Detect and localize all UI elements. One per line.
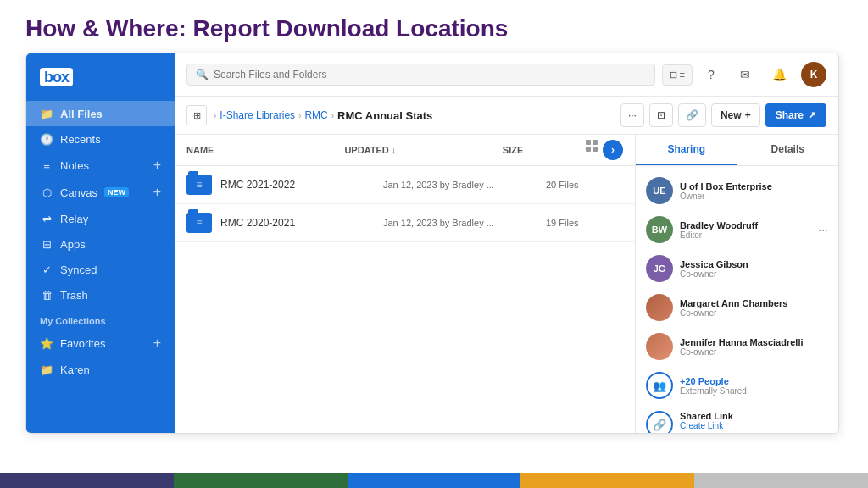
folder-icon-1: ≡ [186,175,212,195]
create-link-button[interactable]: Create Link [680,421,733,430]
file-name-2: RMC 2020-2021 [220,217,375,229]
person-role-3: Co-owner [680,269,828,279]
user-avatar[interactable]: K [801,62,826,87]
shared-link-info: Shared Link Create Link [680,411,733,430]
sidebar-item-favorites[interactable]: ⭐ Favorites + [26,330,175,357]
preview-button[interactable]: ⊡ [649,103,673,127]
sidebar-item-all-files[interactable]: 📁 All Files [26,101,175,126]
search-icon: 🔍 [196,69,209,80]
bottom-bar [0,473,868,488]
file-list: NAME UPDATED ↓ SIZE › [175,135,635,434]
sharing-panel: Sharing Details UE U of I Box Enterprise… [635,135,838,434]
filter-icon: ⊟ [670,69,677,80]
person-role-2: Editor [680,230,811,240]
link-icon: 🔗 [686,109,698,121]
sidebar-item-recents[interactable]: 🕐 Recents [26,126,175,152]
col-name-header: NAME [186,145,336,155]
karen-folder-icon: 📁 [40,363,53,376]
sidebar-item-karen[interactable]: 📁 Karen [26,357,175,382]
person-menu-button[interactable]: ··· [818,223,828,236]
grid-view-icon[interactable] [586,140,598,152]
breadcrumb-home-button[interactable]: ⊞ [186,105,207,125]
plus-people-info: +20 People Externally Shared [680,376,747,396]
person-name-3: Jessica Gibson [680,259,828,269]
more-button[interactable]: ··· [620,103,644,127]
sidebar-item-label: Canvas [60,186,97,199]
notification-button[interactable]: 🔔 [767,63,791,86]
file-updated-1: Jan 12, 2023 by Bradley ... [383,180,537,190]
relay-icon: ⇌ [40,212,53,225]
breadcrumb-link-rmc[interactable]: RMC [304,109,327,121]
sidebar: box 📁 All Files 🕐 Recents ≡ Notes + ⬡ Ca… [26,53,175,433]
person-info-1: U of I Box Enterprise Owner [680,181,828,201]
help-button[interactable]: ? [699,63,723,86]
canvas-new-badge: NEW [104,187,129,197]
person-avatar-1: UE [646,177,673,204]
breadcrumb-sep3: › [331,111,334,120]
shared-link-item: 🔗 Shared Link Create Link [636,405,838,434]
collections-label: My Collections [26,308,175,330]
person-name-2: Bradley Woodruff [680,220,811,230]
search-input[interactable] [214,69,646,80]
file-list-header: NAME UPDATED ↓ SIZE › [175,135,635,166]
notes-plus-icon[interactable]: + [153,158,161,173]
sidebar-item-label: All Files [60,108,103,120]
bottom-segment-3 [348,473,521,488]
sidebar-item-synced[interactable]: ✓ Synced [26,257,175,282]
file-size-1: 20 Files [546,180,623,190]
share-button[interactable]: Share ↗ [765,103,826,127]
box-ui: box 📁 All Files 🕐 Recents ≡ Notes + ⬡ Ca… [25,53,839,434]
new-plus-icon: + [745,109,751,121]
file-list-area: NAME UPDATED ↓ SIZE › [175,135,838,434]
table-row[interactable]: ≡ RMC 2021-2022 Jan 12, 2023 by Bradley … [175,166,635,204]
canvas-plus-icon[interactable]: + [153,185,161,200]
search-filter-button[interactable]: ⊟ ≡ [662,64,693,86]
sidebar-item-label: Karen [60,363,90,376]
new-label: New [721,109,742,121]
link-button[interactable]: 🔗 [678,103,706,127]
shared-link-label: Shared Link [680,411,733,421]
breadcrumb-sep2: › [298,111,301,120]
list-view-toggle[interactable]: › [603,140,623,160]
canvas-icon: ⬡ [40,186,53,199]
sidebar-item-label: Favorites [60,337,105,350]
person-name-1: U of I Box Enterprise [680,181,828,191]
new-button[interactable]: New + [711,103,760,127]
main-content: box 📁 All Files 🕐 Recents ≡ Notes + ⬡ Ca… [0,53,868,434]
person-role-1: Owner [680,191,828,201]
plus-people-item[interactable]: 👥 +20 People Externally Shared [636,366,838,405]
sharing-person: Jennifer Hanna Masciadrelli Co-owner [636,327,838,366]
person-name-4: Margaret Ann Chambers [680,298,828,308]
sidebar-item-apps[interactable]: ⊞ Apps [26,231,175,257]
person-role-5: Co-owner [680,347,828,357]
breadcrumb-bar: ⊞ › I-Share Libraries › RMC › RMC Annual… [175,97,838,135]
person-info-4: Margaret Ann Chambers Co-owner [680,298,828,318]
tab-details[interactable]: Details [737,135,839,165]
action-buttons: ··· ⊡ 🔗 New + Share ↗ [620,103,826,127]
sharing-tabs: Sharing Details [636,135,838,166]
mail-button[interactable]: ✉ [733,63,757,86]
tab-sharing[interactable]: Sharing [636,135,737,165]
right-panel: 🔍 ⊟ ≡ ? ✉ 🔔 K ⊞ › I-Sh [175,53,838,433]
sidebar-item-canvas[interactable]: ⬡ Canvas NEW + [26,179,175,206]
person-info-3: Jessica Gibson Co-owner [680,259,828,279]
share-label: Share [776,109,804,121]
clock-icon: 🕐 [40,132,53,146]
plus-people-icon: 👥 [646,372,673,399]
person-role-4: Co-owner [680,308,828,318]
sidebar-item-notes[interactable]: ≡ Notes + [26,152,175,179]
person-avatar-4 [646,294,673,321]
file-size-2: 19 Files [546,218,623,228]
sharing-list: UE U of I Box Enterprise Owner BW Bradle… [636,166,838,434]
sidebar-item-trash[interactable]: 🗑 Trash [26,282,175,308]
table-row[interactable]: ≡ RMC 2020-2021 Jan 12, 2023 by Bradley … [175,204,635,242]
preview-icon: ⊡ [657,109,665,121]
filter-icon2: ≡ [680,69,685,80]
person-name-5: Jennifer Hanna Masciadrelli [680,337,828,347]
share-arrow-icon: ↗ [808,109,816,121]
favorites-plus-icon[interactable]: + [153,336,161,351]
notes-icon: ≡ [40,158,53,172]
person-avatar-5 [646,333,673,360]
sidebar-item-relay[interactable]: ⇌ Relay [26,206,175,231]
breadcrumb-link-ishare[interactable]: I-Share Libraries [220,109,295,121]
